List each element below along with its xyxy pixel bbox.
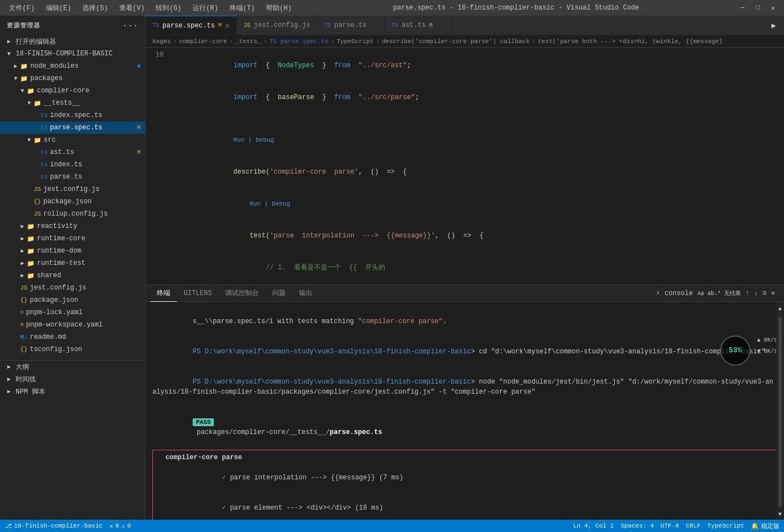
sidebar-item-pnpm-workspace[interactable]: ≡ pnpm-workspace.yaml [0,319,145,331]
sidebar-item-shared[interactable]: ▶ 📁 shared [0,269,145,282]
network-upload: ▲ 0K/s [757,335,777,346]
run-link[interactable]: Run | Debug [234,137,274,143]
menu-run[interactable]: 运行(R) [188,2,223,14]
sidebar-item-root-package[interactable]: {} package.json [0,294,145,306]
sidebar-item-runtime-test[interactable]: ▶ 📁 runtime-test [0,257,145,269]
minimize-button[interactable]: ─ [736,4,749,12]
sidebar-item-packages[interactable]: ▼ 📁 packages [0,72,145,85]
menu-select[interactable]: 选择(S) [78,2,113,14]
folder-icon: 📁 [27,235,35,242]
sidebar-item-reactivity[interactable]: ▶ 📁 reactivity [0,220,145,232]
md-icon: M↓ [20,334,27,340]
sidebar-item-root-jest[interactable]: JS jest.config.js [0,282,145,294]
sidebar-item-src[interactable]: ▼ 📁 src [0,134,145,146]
tab-parse-ts[interactable]: TS parse.ts [318,16,385,35]
console-up[interactable]: ↑ [745,290,749,297]
scroll-up-button[interactable]: ▲ [778,304,782,314]
tab-ast-ts[interactable]: TS ast.ts M [385,16,452,35]
status-spaces[interactable]: Spaces: 4 [620,522,654,529]
breadcrumb-sep: › [331,38,335,45]
status-errors[interactable]: ✕ 0 ⚠ 0 [109,522,130,530]
terminal-content[interactable]: s__\\parse.spec.ts/i with tests matching… [146,302,784,520]
sidebar-item-pnpm-lock[interactable]: ≡ pnpm-lock.yaml [0,306,145,319]
breadcrumb-item[interactable]: complier-core [179,38,227,45]
tab-jest-config[interactable]: JS jest.config.js [237,16,318,35]
scroll-down-button[interactable]: ▼ [778,510,782,520]
terminal-tab-output[interactable]: 输出 [292,285,319,302]
sidebar-item-runtime-core[interactable]: ▶ 📁 runtime-core [0,232,145,245]
menu-bar: 文件(F) 编辑(E) 选择(S) 查看(V) 转到(G) 运行(R) 终端(T… [0,0,784,16]
console-down[interactable]: ↓ [754,290,758,297]
close-button[interactable]: ✕ [767,4,780,12]
test-suite-name: compiler-core parse [157,452,772,463]
status-line-ending[interactable]: CRLF [686,522,701,529]
sidebar-npm-scripts[interactable]: ▶ NPM 脚本 [0,385,145,398]
sidebar-item-label: index.ts [50,161,82,169]
sidebar-item-complier-core[interactable]: ▼ 📁 complier-core [0,85,145,97]
terminal-line-pass: PASS packages/complier-core/__tests__/pa… [152,407,777,447]
sidebar-item-readme[interactable]: M↓ readme.md [0,331,145,343]
sidebar-more-button[interactable]: ··· [123,21,138,30]
sidebar-item-node-modules[interactable]: ▶ 📁 node_modules [0,60,145,72]
sidebar-item-ast[interactable]: ts ast.ts M [0,146,145,158]
sidebar-item-tsconfig[interactable]: {} tsconfig.json [0,343,145,356]
breadcrumb-item[interactable]: describe('compiler-core parse') callback [382,38,530,45]
menu-terminal[interactable]: 终端(T) [225,2,260,14]
tab-close-button[interactable]: ✕ [225,21,230,30]
sidebar-item-jest-config[interactable]: JS jest.config.js [0,183,145,195]
sidebar-item-label: rollup.config.js [43,210,108,218]
sidebar-scroll[interactable]: ▶ 打开的编辑器 ▼ 18-FINISH-COMPLIER-BASIC ▶ 📁 … [0,35,145,520]
sidebar-item-package-json[interactable]: {} package.json [0,195,145,208]
console-close[interactable]: ✕ [771,289,775,297]
menu-view[interactable]: 查看(V) [115,2,150,14]
breadcrumb-item[interactable]: TS parse.spec.ts [269,38,329,45]
code-line-run-debug: Run | Debug [175,124,784,156]
folder-icon: 📁 [27,87,35,95]
console-list[interactable]: ≡ [763,290,767,297]
terminal-tab-gitlens[interactable]: GITLENS [177,285,218,302]
chevron-icon: ▼ [11,76,20,82]
sidebar-item-label: packages [30,74,63,82]
sidebar-item-tests[interactable]: ▼ 📁 __tests__ [0,97,145,109]
status-encoding[interactable]: UTF-8 [661,522,679,529]
breadcrumb-item[interactable]: _tests_ [235,38,261,45]
ts-icon: ts [40,112,48,119]
sidebar-item-parse-spec[interactable]: ts parse.spec.ts M [0,122,145,134]
sidebar-item-index-ts[interactable]: ts index.ts [0,158,145,171]
menu-goto[interactable]: 转到(G) [151,2,186,14]
timeline-label: 时间线 [16,375,36,384]
menu-edit[interactable]: 编辑(E) [41,2,76,14]
sidebar-item-runtime-dom[interactable]: ▶ 📁 runtime-dom [0,245,145,257]
chevron-icon: ▶ [11,63,20,69]
run-link[interactable]: Run | Debug [250,200,291,207]
sidebar-item-parse-ts[interactable]: ts parse.ts [0,171,145,183]
ts-tab-icon: TS [391,22,398,29]
outline-label: 大纲 [16,362,29,372]
breadcrumb-item[interactable]: kages [152,38,171,45]
sidebar-root-folder[interactable]: ▼ 18-FINISH-COMPLIER-BASIC [0,48,145,60]
status-branch[interactable]: ⎇ 18-finish-complier-basic [4,522,102,530]
breadcrumb-item[interactable]: TypeScript [337,38,374,45]
menu-help[interactable]: 帮助(H) [262,2,296,14]
terminal-tab-debug[interactable]: 调试控制台 [218,285,265,302]
modified-badge: M [137,150,141,156]
status-line[interactable]: Ln 4, Col 1 [573,522,614,529]
terminal-tab-terminal[interactable]: 终端 [150,285,177,302]
sidebar-outline[interactable]: ▶ 大纲 [0,361,145,373]
maximize-button[interactable]: □ [752,4,764,12]
menu-file[interactable]: 文件(F) [4,2,39,14]
tab-bar-actions: ▶ [452,16,784,35]
sidebar-item-index-spec[interactable]: ts index.spec.ts [0,109,145,122]
sidebar-item-rollup-config[interactable]: JS rollup.config.js [0,208,145,220]
sidebar-timeline[interactable]: ▶ 时间线 [0,373,145,385]
line-col: Ln 4, Col 1 [573,522,614,529]
status-feedback[interactable]: 🔔 稳定版 [751,522,780,530]
breadcrumb-item[interactable]: test('parse both ---> <div>hi, twinkle, … [538,38,722,45]
sidebar-section-open-editors[interactable]: ▶ 打开的编辑器 [0,35,145,48]
editor-pane[interactable]: 10 import { NodeTypes } from "../s [146,48,784,284]
terminal-tab-problems[interactable]: 问题 [265,285,292,302]
status-language[interactable]: TypeScript [707,522,744,529]
scrollbar-thumb[interactable] [778,316,782,507]
tab-parse-spec[interactable]: TS parse.spec.ts M ✕ [146,16,237,35]
run-button[interactable]: ▶ [768,21,780,30]
